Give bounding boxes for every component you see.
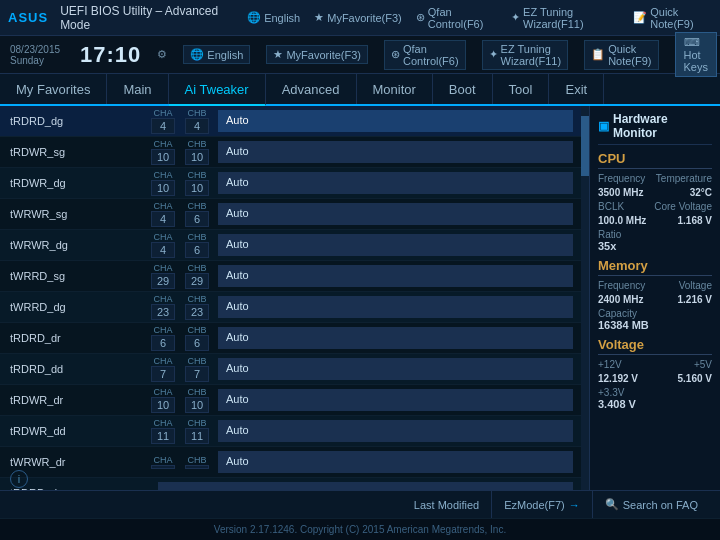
language-btn[interactable]: 🌐 English: [247, 11, 300, 24]
table-row[interactable]: tRDWR_sgCHA10CHB10Auto: [0, 137, 589, 168]
chb-value: 23: [185, 304, 209, 320]
capacity-label: Capacity: [598, 308, 712, 319]
setting-value[interactable]: Auto: [218, 451, 573, 473]
nav-my-favorites[interactable]: My Favorites: [0, 74, 107, 104]
scroll-thumb[interactable]: [581, 116, 589, 176]
setting-value[interactable]: Auto: [218, 296, 573, 318]
setting-value[interactable]: Auto: [218, 420, 573, 442]
nav-monitor[interactable]: Monitor: [357, 74, 433, 104]
setting-name: tRDWR_sg: [10, 146, 150, 158]
monitor-icon: ▣: [598, 119, 609, 133]
nav-exit[interactable]: Exit: [549, 74, 604, 104]
language-select-btn[interactable]: 🌐 English: [183, 45, 250, 64]
chb-value: 29: [185, 273, 209, 289]
hardware-monitor-panel: ▣ Hardware Monitor CPU Frequency Tempera…: [590, 106, 720, 490]
cha-value: 10: [151, 149, 175, 165]
cha-value: 4: [151, 211, 175, 227]
setting-name: tRDRD_dr: [10, 332, 150, 344]
cha-value: 4: [151, 242, 175, 258]
note-icon: 📝: [633, 11, 647, 24]
setting-name: tWRRD_sg: [10, 270, 150, 282]
cha-header: CHA: [153, 140, 172, 149]
table-row[interactable]: tWRWR_dgCHA4CHB6Auto: [0, 230, 589, 261]
cha-value: 29: [151, 273, 175, 289]
setting-value[interactable]: Auto: [218, 358, 573, 380]
setting-value[interactable]: Auto: [218, 265, 573, 287]
setting-name: tWRWR_dg: [10, 239, 150, 251]
nav-boot[interactable]: Boot: [433, 74, 493, 104]
keyboard-icon: ⌨: [684, 36, 700, 48]
v12v5-val-row: 12.192 V 5.160 V: [598, 373, 712, 384]
setting-value[interactable]: Auto: [218, 327, 573, 349]
table-row[interactable]: tWRRD_sgCHA29CHB29Auto: [0, 261, 589, 292]
chb-header: CHB: [187, 202, 206, 211]
setting-value[interactable]: Auto: [218, 234, 573, 256]
cha-header: CHA: [153, 295, 172, 304]
chb-header: CHB: [187, 264, 206, 273]
cha-value: 10: [151, 180, 175, 196]
setting-value[interactable]: Auto: [218, 172, 573, 194]
cha-value: 7: [151, 366, 175, 382]
ez-tuning-btn[interactable]: ✦ EZ Tuning Wizard(F11): [511, 6, 619, 30]
table-row[interactable]: tWRRD_dgCHA23CHB23Auto: [0, 292, 589, 323]
note-icon-2: 📋: [591, 48, 605, 61]
qfan-nav-btn[interactable]: ⊛ Qfan Control(F6): [384, 40, 466, 70]
chb-value: 4: [185, 118, 209, 134]
search-faq-btn[interactable]: 🔍 Search on FAQ: [593, 491, 710, 518]
cpu-freq-row: Frequency Temperature: [598, 173, 712, 184]
chb-header: CHB: [187, 357, 206, 366]
table-row[interactable]: tWRWR_sgCHA4CHB6Auto: [0, 199, 589, 230]
main-content: tRDRD_dgCHA4CHB4AutotRDWR_sgCHA10CHB10Au…: [0, 106, 720, 490]
cha-header: CHA: [153, 109, 172, 118]
table-row[interactable]: tRDRD_drCHA6CHB6Auto: [0, 323, 589, 354]
nav-ai-tweaker[interactable]: Ai Tweaker: [169, 74, 266, 106]
table-row[interactable]: tRDRD_dg: [0, 478, 589, 490]
table-row[interactable]: tRDWR_dgCHA10CHB10Auto: [0, 168, 589, 199]
ratio-label: Ratio: [598, 229, 712, 240]
table-row[interactable]: tRDWR_drCHA10CHB10Auto: [0, 385, 589, 416]
setting-value[interactable]: Auto: [218, 141, 573, 163]
arrow-icon: →: [569, 499, 580, 511]
ez-tuning-nav-btn[interactable]: ✦ EZ Tuning Wizard(F11): [482, 40, 569, 70]
setting-name: tRDRD_dg: [10, 115, 150, 127]
scrollbar[interactable]: [581, 106, 589, 490]
cha-header: CHA: [153, 171, 172, 180]
channel-columns: CHA7CHB7: [150, 357, 210, 382]
setting-value[interactable]: Auto: [218, 389, 573, 411]
cpu-section-title: CPU: [598, 151, 712, 169]
nav-bar: My Favorites Main Ai Tweaker Advanced Mo…: [0, 74, 720, 106]
setting-name: tRDWR_dr: [10, 394, 150, 406]
quick-note-nav-btn[interactable]: 📋 Quick Note(F9): [584, 40, 658, 70]
chb-header: CHB: [187, 140, 206, 149]
nav-tool[interactable]: Tool: [493, 74, 550, 104]
ezmode-btn[interactable]: EzMode(F7) →: [492, 491, 593, 518]
my-favorite-btn[interactable]: ★ MyFavorite(F3): [314, 11, 402, 24]
nav-main[interactable]: Main: [107, 74, 168, 104]
cpu-bclk-val-row: 100.0 MHz 1.168 V: [598, 215, 712, 226]
cha-header: CHA: [153, 264, 172, 273]
channel-columns: CHA4CHB6: [150, 202, 210, 227]
info-icon[interactable]: i: [10, 470, 28, 488]
cha-value: 23: [151, 304, 175, 320]
qfan-btn[interactable]: ⊛ Qfan Control(F6): [416, 6, 497, 30]
quick-note-btn[interactable]: 📝 Quick Note(F9): [633, 6, 712, 30]
last-modified-btn[interactable]: Last Modified: [402, 491, 492, 518]
table-row[interactable]: tRDWR_ddCHA11CHB11Auto: [0, 416, 589, 447]
table-row[interactable]: tRDRD_dgCHA4CHB4Auto: [0, 106, 589, 137]
setting-value[interactable]: Auto: [218, 110, 573, 132]
setting-value[interactable]: Auto: [218, 203, 573, 225]
table-row[interactable]: tWRWR_drCHACHBAuto: [0, 447, 589, 478]
status-bar: Last Modified EzMode(F7) → 🔍 Search on F…: [0, 490, 720, 518]
setting-value[interactable]: [158, 482, 573, 490]
capacity-value: 16384 MB: [598, 319, 712, 331]
fan-icon: ⊛: [416, 11, 425, 24]
setting-name: tWRWR_dr: [10, 456, 150, 468]
cha-value: 4: [151, 118, 175, 134]
my-favorite-nav-btn[interactable]: ★ MyFavorite(F3): [266, 45, 368, 64]
table-row[interactable]: tRDRD_ddCHA7CHB7Auto: [0, 354, 589, 385]
nav-advanced[interactable]: Advanced: [266, 74, 357, 104]
chb-value: [185, 465, 209, 469]
hot-keys-btn[interactable]: ⌨ Hot Keys: [675, 32, 717, 77]
time-settings-icon[interactable]: ⚙: [157, 48, 167, 61]
cha-header: CHA: [153, 233, 172, 242]
